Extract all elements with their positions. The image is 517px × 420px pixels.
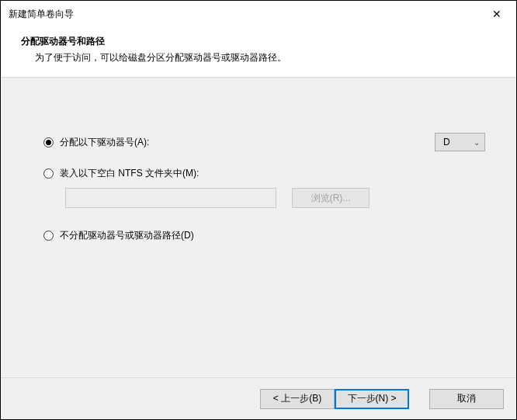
close-icon: ✕ <box>492 8 501 20</box>
page-subtitle: 为了便于访问，可以给磁盘分区分配驱动器号或驱动器路径。 <box>13 51 504 64</box>
drive-letter-value: D <box>443 137 450 148</box>
drive-letter-select[interactable]: D ⌄ <box>435 133 485 151</box>
label-assign-letter[interactable]: 分配以下驱动器号(A): <box>60 136 149 149</box>
radio-no-assign[interactable] <box>43 231 54 241</box>
option-no-assign: 不分配驱动器号或驱动器路径(D) <box>43 225 485 245</box>
back-button[interactable]: < 上一步(B) <box>260 389 335 409</box>
option-assign-letter: 分配以下驱动器号(A): D ⌄ <box>43 132 485 152</box>
nav-button-group: < 上一步(B) 下一步(N) > <box>260 389 409 409</box>
radio-mount-folder[interactable] <box>43 168 54 179</box>
cancel-button[interactable]: 取消 <box>429 389 504 409</box>
mount-folder-controls: 浏览(R)... <box>43 188 485 208</box>
wizard-body: 分配以下驱动器号(A): D ⌄ 装入以下空白 NTFS 文件夹中(M): 浏览… <box>1 78 516 377</box>
browse-button: 浏览(R)... <box>292 188 370 208</box>
window-title: 新建简单卷向导 <box>9 8 74 21</box>
radio-assign-letter[interactable] <box>43 137 54 148</box>
label-mount-folder[interactable]: 装入以下空白 NTFS 文件夹中(M): <box>60 167 199 180</box>
chevron-down-icon: ⌄ <box>474 138 480 147</box>
page-title: 分配驱动器号和路径 <box>13 35 504 48</box>
wizard-header: 分配驱动器号和路径 为了便于访问，可以给磁盘分区分配驱动器号或驱动器路径。 <box>1 27 516 78</box>
option-mount-folder: 装入以下空白 NTFS 文件夹中(M): <box>43 163 485 183</box>
titlebar: 新建简单卷向导 ✕ <box>1 1 516 27</box>
close-button[interactable]: ✕ <box>484 1 510 27</box>
mount-path-input <box>65 188 276 208</box>
wizard-footer: < 上一步(B) 下一步(N) > 取消 <box>1 377 516 419</box>
label-no-assign[interactable]: 不分配驱动器号或驱动器路径(D) <box>60 229 194 242</box>
next-button[interactable]: 下一步(N) > <box>335 389 409 409</box>
